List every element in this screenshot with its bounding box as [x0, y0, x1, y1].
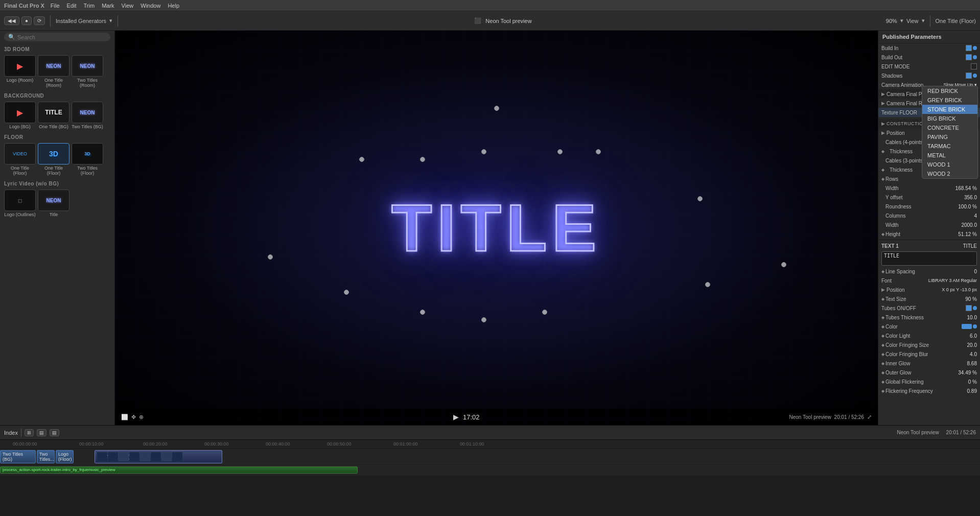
toolbar-btn-2[interactable]: ●: [21, 16, 32, 25]
diamond-icon[interactable]: ◆: [881, 334, 884, 338]
list-item[interactable]: ▶ Logo (Room): [4, 55, 36, 88]
zoom-icon[interactable]: ⊕: [139, 414, 144, 420]
color-swatch[interactable]: [962, 324, 972, 329]
list-item[interactable]: TITLE One Title (BG): [38, 102, 69, 129]
roundness-value[interactable]: 100.0 %: [951, 204, 977, 209]
font-value[interactable]: LIBRARY 3 AM Regular: [928, 278, 977, 283]
text1-textarea[interactable]: TITLE: [881, 251, 977, 266]
timeline-btn-1[interactable]: ⊞: [25, 429, 34, 436]
handle-bottom-center-right[interactable]: [542, 310, 547, 315]
width2-value[interactable]: 2000.0: [951, 222, 977, 228]
diamond-icon[interactable]: ◆: [881, 380, 884, 384]
audio-clip[interactable]: process_action-sport-rock-trailer-intro_…: [0, 466, 358, 474]
build-in-checkbox[interactable]: [966, 45, 972, 51]
dropdown-item-wood1[interactable]: WOOD 1: [922, 160, 977, 169]
dropdown-item-concrete[interactable]: CONCRETE: [922, 123, 977, 132]
expand-icon[interactable]: ⤢: [867, 414, 872, 420]
dropdown-item-tarmac[interactable]: TARMAC: [922, 142, 977, 151]
toolbar-btn-3[interactable]: ⟳: [34, 16, 45, 25]
list-item[interactable]: NEON Title: [38, 190, 69, 217]
diamond-icon[interactable]: ◆: [881, 269, 884, 274]
handle-right[interactable]: [697, 196, 703, 201]
expand-arrow-icon[interactable]: ▶: [881, 101, 886, 106]
list-item[interactable]: NEON Two Titles (BG): [72, 102, 103, 129]
handle-top-left[interactable]: [359, 157, 364, 162]
height-value[interactable]: 51.12 %: [951, 231, 977, 237]
diamond-icon[interactable]: ◆: [881, 343, 884, 347]
color-light-value[interactable]: 6.0: [951, 333, 977, 339]
inner-glow-value[interactable]: 8.68: [951, 361, 977, 366]
columns-value[interactable]: 4: [951, 213, 977, 219]
dropdown-item-big-brick[interactable]: BIG BRICK: [922, 114, 977, 123]
list-item[interactable]: 3D One Title (Floor): [38, 143, 69, 176]
cfsize-value[interactable]: 20.0: [951, 342, 977, 348]
thumbnail-logo-outlines[interactable]: ◻: [4, 190, 36, 211]
handle-top-center[interactable]: [494, 106, 499, 111]
diamond-icon[interactable]: ◆: [881, 149, 884, 154]
diamond-icon[interactable]: ◆: [881, 389, 884, 393]
thumbnail-onetitle-bg[interactable]: TITLE: [38, 102, 69, 123]
text-size-value[interactable]: 90 %: [951, 296, 977, 302]
menu-file[interactable]: File: [51, 3, 60, 9]
menu-view[interactable]: View: [122, 3, 134, 9]
fullscreen-icon[interactable]: ⬜: [121, 414, 128, 420]
handle-top-mid[interactable]: [481, 149, 486, 154]
line-spacing-value[interactable]: 0: [951, 269, 977, 274]
diamond-icon[interactable]: ◆: [881, 168, 884, 172]
shadows-checkbox[interactable]: [966, 73, 972, 79]
dropdown-item-wood2[interactable]: WOOD 2: [922, 169, 977, 178]
list-item[interactable]: NEON Two Titles (Room): [72, 55, 103, 88]
diamond-icon[interactable]: ◆: [881, 324, 884, 329]
thumbnail-logo-room[interactable]: ▶: [4, 55, 36, 77]
diamond-icon[interactable]: ◆: [881, 361, 884, 366]
handle-bottom-center[interactable]: [481, 317, 486, 322]
diamond-icon[interactable]: ◆: [881, 352, 884, 357]
thumbnail-onetitle-room[interactable]: NEON: [38, 55, 69, 77]
width1-value[interactable]: 168.54 %: [951, 185, 977, 191]
play-icon[interactable]: ▶: [453, 413, 459, 421]
view-label[interactable]: View: [906, 18, 919, 24]
build-out-checkbox[interactable]: [966, 54, 972, 60]
handle-top-right2[interactable]: [596, 149, 601, 154]
timeline-btn-2[interactable]: ▤: [37, 429, 46, 436]
tubes-checkbox[interactable]: [966, 305, 972, 311]
dropdown-item-grey-brick[interactable]: GREY BRICK: [922, 96, 977, 105]
expand-icon[interactable]: ▶: [881, 287, 886, 292]
expand-arrow-icon[interactable]: ▶: [881, 91, 886, 97]
clip-one-title-floor[interactable]: One Title (Floor): [95, 450, 222, 463]
param-text1-field[interactable]: TITLE: [878, 250, 980, 267]
diamond-icon[interactable]: ◆: [881, 177, 884, 181]
dropdown-item-metal[interactable]: METAL: [922, 151, 977, 160]
texture-dropdown-menu[interactable]: RED BRICK GREY BRICK STONE BRICK BIG BRI…: [922, 86, 978, 179]
dropdown-item-paving[interactable]: PAVING: [922, 132, 977, 142]
menu-edit[interactable]: Edit: [67, 3, 77, 9]
flicker-freq-value[interactable]: 0.89: [951, 388, 977, 394]
cfblur-value[interactable]: 4.0: [951, 351, 977, 357]
handle-far-left[interactable]: [268, 254, 273, 260]
thumbnail-twotitles-bg[interactable]: NEON: [72, 102, 103, 123]
thumbnail-twotitles-room[interactable]: NEON: [72, 55, 103, 77]
zoom-level[interactable]: 90%: [886, 18, 897, 24]
outer-glow-value[interactable]: 34.49 %: [951, 370, 977, 376]
tool-icon[interactable]: ✥: [131, 414, 136, 420]
global-flicker-value[interactable]: 0 %: [951, 379, 977, 385]
list-item[interactable]: ▶ Logo (BG): [4, 102, 36, 129]
handle-far-right[interactable]: [781, 262, 786, 267]
menu-trim[interactable]: Trim: [84, 3, 95, 9]
edit-mode-checkbox[interactable]: [971, 63, 977, 69]
timeline-btn-3[interactable]: ▤: [50, 429, 59, 436]
thumbnail-videorequest[interactable]: VIDEO: [4, 143, 36, 165]
toolbar-btn-1[interactable]: ◀◀: [4, 16, 19, 25]
diamond-icon[interactable]: ◆: [881, 370, 884, 375]
list-item[interactable]: NEON One Title (Room): [38, 55, 69, 88]
generator-label[interactable]: Installed Generators: [56, 18, 106, 24]
search-bar[interactable]: 🔍: [4, 33, 110, 41]
expand-icon[interactable]: ▶: [881, 130, 886, 135]
index-label[interactable]: Index: [4, 430, 18, 436]
menu-mark[interactable]: Mark: [102, 3, 114, 9]
thumbnail-neon-lyric[interactable]: NEON: [38, 190, 69, 211]
handle-bottom-right[interactable]: [705, 282, 710, 287]
tubes-thickness-value[interactable]: 10.0: [951, 315, 977, 320]
diamond-icon[interactable]: ◆: [881, 232, 884, 237]
search-input[interactable]: [17, 34, 106, 40]
